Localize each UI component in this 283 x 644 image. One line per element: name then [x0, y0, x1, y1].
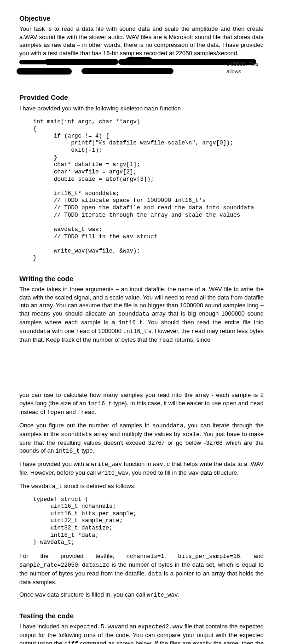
writing-p3: Once you figure out the number of sample…	[19, 421, 264, 455]
writing-p2: you can use to calculate how many sample…	[19, 391, 264, 416]
writing-p5: The wavdata_t struct is defined as follo…	[19, 482, 264, 491]
heading-writing: Writing the code	[19, 274, 264, 283]
heading-objective: Objective	[19, 14, 264, 23]
writing-p7: Once wav data structure is filled in, yo…	[19, 591, 264, 599]
testing-p1: I have included an expected.5.wavand an …	[19, 622, 264, 644]
provided-code-intro: I have provided you with the following s…	[19, 104, 264, 113]
writing-p1: The code takes in three arguments – an i…	[19, 285, 264, 344]
writing-p6: For the provided testfile, nchannels=1, …	[19, 552, 264, 586]
heading-provided-code: Provided Code	[19, 93, 264, 102]
struct-code: typedef struct { uint16_t nchannels; uin…	[33, 496, 264, 546]
redaction-area: o 05535. This allows	[19, 60, 264, 81]
objective-para: Your task is to read a data file with so…	[19, 25, 264, 57]
heading-testing: Testing the code	[19, 611, 264, 621]
page-break-spacer	[19, 345, 264, 391]
main-function-code: int main(int argc, char **argv) { if (ar…	[33, 119, 264, 263]
writing-p4: I have provided you with a write_wav fun…	[19, 460, 264, 477]
